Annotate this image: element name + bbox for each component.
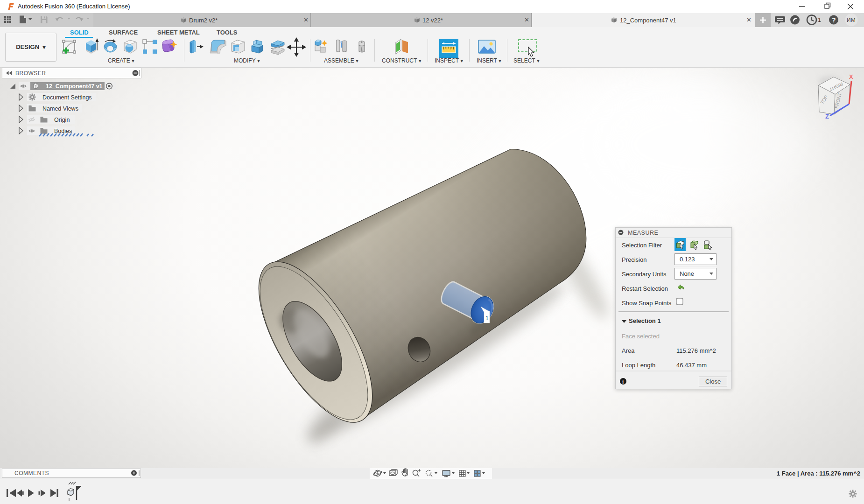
svg-text:Document Settings: Document Settings	[42, 94, 92, 101]
svg-text:COMMENTS: COMMENTS	[14, 470, 49, 476]
svg-text:12_Component47 v1: 12_Component47 v1	[46, 83, 103, 90]
svg-text:Origin: Origin	[54, 117, 70, 123]
svg-text:X: X	[849, 73, 853, 80]
svg-text:Z: Z	[825, 113, 829, 120]
svg-text:Bodies: Bodies	[54, 128, 72, 134]
svg-text:i: i	[622, 379, 624, 385]
svg-text:?: ?	[832, 16, 836, 24]
svg-text:ИМ: ИМ	[847, 17, 856, 23]
svg-text:Named Views: Named Views	[42, 105, 78, 112]
svg-text:1: 1	[818, 16, 821, 23]
svg-text:1: 1	[485, 315, 489, 322]
svg-text:BROWSER: BROWSER	[15, 70, 46, 77]
svg-text:MEASURE: MEASURE	[628, 230, 658, 236]
